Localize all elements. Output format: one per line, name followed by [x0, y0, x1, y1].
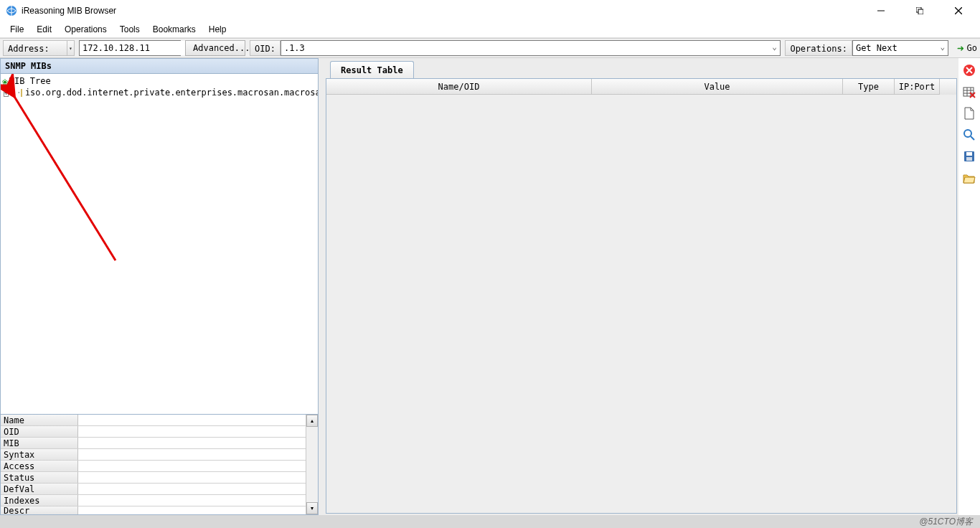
address-input[interactable]: [80, 41, 195, 55]
snmp-mibs-header: SNMP MIBs: [0, 58, 319, 74]
property-scrollbar[interactable]: ▴ ▾: [306, 415, 318, 514]
toolbar: Address: Advanced... OID: Operations: ➜ …: [0, 38, 980, 58]
mib-tree[interactable]: ❀ MIB Tree + ·· iso.org.dod.internet.pri…: [0, 74, 319, 415]
svg-line-19: [971, 136, 974, 140]
prop-key-name: Name: [1, 415, 78, 425]
prop-val-status: [78, 472, 306, 483]
address-history-dropdown[interactable]: [67, 40, 75, 56]
property-grid: Name OID MIB Syntax Access Status DefVal…: [0, 415, 319, 515]
address-combo[interactable]: [79, 40, 181, 56]
scroll-up-button[interactable]: ▴: [306, 415, 318, 427]
prop-val-defval: [78, 484, 306, 494]
prop-val-name: [78, 415, 306, 425]
menu-bookmarks[interactable]: Bookmarks: [147, 23, 202, 36]
right-toolbar: [958, 58, 980, 515]
prop-val-access: [78, 461, 306, 471]
svg-point-18: [964, 130, 971, 137]
chevron-down-icon[interactable]: [769, 41, 781, 55]
menu-tools[interactable]: Tools: [114, 23, 146, 36]
footer-watermark: @51CTO博客: [0, 515, 980, 528]
left-pane: SNMP MIBs ❀ MIB Tree + ·· iso.org.dod.in…: [0, 58, 321, 515]
result-tab-strip: Result Table: [326, 60, 957, 78]
tree-root-label[interactable]: MIB Tree: [9, 76, 51, 86]
oid-combo[interactable]: [281, 40, 781, 56]
prop-key-syntax: Syntax: [1, 449, 78, 460]
oid-label: OID:: [250, 40, 281, 56]
address-label: Address:: [3, 40, 67, 56]
go-arrow-icon: ➜: [957, 42, 964, 55]
menu-operations[interactable]: Operations: [59, 23, 113, 36]
table-delete-icon[interactable]: [963, 85, 976, 98]
stop-icon[interactable]: [963, 64, 976, 77]
prop-key-descr: Descr: [1, 506, 78, 514]
svg-line-7: [14, 95, 116, 260]
search-icon[interactable]: [963, 128, 976, 141]
new-document-icon[interactable]: [963, 107, 976, 120]
tree-root-icon: ❀: [2, 76, 8, 87]
tree-child-label[interactable]: iso.org.dod.internet.private.enterprises…: [25, 88, 319, 98]
result-table: Name/OID Value Type IP:Port: [326, 78, 957, 514]
prop-key-access: Access: [1, 461, 78, 471]
go-label: Go: [967, 43, 977, 53]
col-value[interactable]: Value: [592, 79, 843, 95]
svg-rect-22: [966, 157, 972, 161]
prop-val-descr: [78, 506, 306, 514]
menu-file[interactable]: File: [4, 23, 29, 36]
folder-icon: [21, 89, 22, 97]
operations-input[interactable]: [853, 41, 938, 55]
menu-bar: File Edit Operations Tools Bookmarks Hel…: [0, 22, 980, 37]
go-button[interactable]: ➜ Go: [957, 42, 977, 55]
prop-key-defval: DefVal: [1, 484, 78, 494]
oid-input[interactable]: [281, 41, 769, 55]
app-icon: [6, 5, 17, 16]
tree-connector: ··: [11, 88, 20, 98]
close-button[interactable]: [948, 3, 969, 19]
prop-key-mib: MIB: [1, 438, 78, 448]
prop-val-mib: [78, 438, 306, 448]
scroll-down-button[interactable]: ▾: [306, 502, 318, 514]
annotation-arrow: [1, 74, 319, 375]
prop-key-indexes: Indexes: [1, 495, 78, 506]
advanced-button[interactable]: Advanced...: [185, 40, 245, 56]
svg-rect-4: [918, 9, 923, 14]
menu-help[interactable]: Help: [203, 23, 232, 36]
result-table-body: [326, 95, 956, 513]
col-ip-port[interactable]: IP:Port: [895, 79, 940, 95]
col-type[interactable]: Type: [843, 79, 895, 95]
prop-key-status: Status: [1, 472, 78, 483]
title-bar: iReasoning MIB Browser: [0, 0, 980, 22]
svg-rect-21: [966, 152, 972, 156]
prop-val-oid: [78, 426, 306, 437]
watermark-text: @51CTO博客: [919, 516, 973, 528]
open-folder-icon[interactable]: [963, 171, 976, 184]
operations-combo[interactable]: [852, 40, 948, 56]
col-name-oid[interactable]: Name/OID: [326, 79, 592, 95]
chevron-down-icon[interactable]: [938, 41, 948, 55]
window-title: iReasoning MIB Browser: [22, 6, 116, 16]
prop-val-syntax: [78, 449, 306, 460]
tree-expand-button[interactable]: +: [4, 89, 9, 97]
operations-label: Operations:: [785, 40, 852, 56]
tab-result-table[interactable]: Result Table: [330, 61, 414, 78]
maximize-button[interactable]: [910, 3, 930, 19]
prop-val-indexes: [78, 495, 306, 506]
minimize-button[interactable]: [871, 3, 891, 19]
save-icon[interactable]: [963, 150, 976, 163]
prop-key-oid: OID: [1, 426, 78, 437]
right-pane: Result Table Name/OID Value Type IP:Port: [321, 58, 958, 515]
menu-edit[interactable]: Edit: [31, 23, 57, 36]
